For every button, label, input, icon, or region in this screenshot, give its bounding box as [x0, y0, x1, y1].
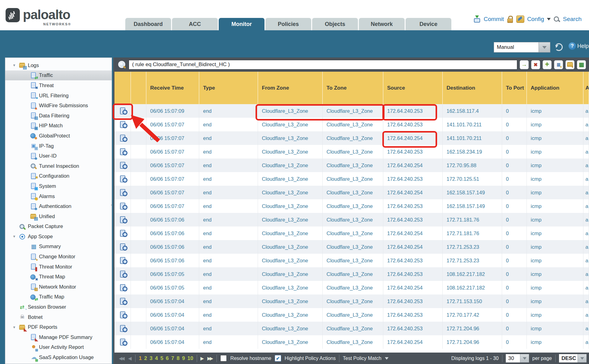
- cell-source[interactable]: 172.64.240.254: [383, 281, 442, 294]
- sidebar-item[interactable]: Session Browser: [5, 302, 112, 312]
- cell-receive-time[interactable]: 06/06 15:07:07: [146, 186, 199, 199]
- cell-action[interactable]: a: [583, 145, 589, 159]
- cell-type[interactable]: end: [199, 104, 258, 118]
- log-detail-icon[interactable]: [120, 229, 128, 238]
- cell-action[interactable]: a: [583, 308, 589, 322]
- cell-source[interactable]: 172.64.240.253: [383, 213, 442, 226]
- sidebar-item[interactable]: Packet Capture: [5, 222, 112, 232]
- cell-action[interactable]: a: [583, 240, 589, 254]
- log-detail-icon[interactable]: [120, 297, 128, 306]
- log-detail-icon[interactable]: [120, 188, 128, 197]
- cell-type[interactable]: end: [199, 281, 258, 294]
- cell-destination[interactable]: 172.71.181.76: [442, 213, 502, 226]
- sidebar-item[interactable]: Unified: [5, 211, 112, 222]
- clear-filter-icon[interactable]: [531, 60, 540, 69]
- test-policy-match-button[interactable]: Test Policy Match: [343, 356, 381, 361]
- cell-receive-time[interactable]: 06/06 15:07:06: [146, 254, 199, 267]
- sidebar-item[interactable]: Tunnel Inspection: [5, 161, 112, 171]
- cell-from-zone[interactable]: Cloudflare_L3_Zone: [258, 131, 322, 145]
- cell-type[interactable]: end: [199, 322, 258, 335]
- cell-destination[interactable]: 172.71.204.96: [442, 322, 502, 335]
- filter-query-input[interactable]: [129, 60, 517, 70]
- cell-type[interactable]: end: [199, 199, 258, 213]
- cell-to-port[interactable]: 0: [502, 226, 527, 240]
- first-page-icon[interactable]: ◀◀: [119, 356, 125, 361]
- cell-to-port[interactable]: 0: [502, 240, 527, 254]
- log-detail-icon[interactable]: [120, 121, 128, 129]
- cell-to-zone[interactable]: Cloudflare_L3_Zone: [322, 118, 383, 131]
- col-header-action[interactable]: A: [583, 72, 589, 104]
- cell-receive-time[interactable]: 06/06 15:07:07: [146, 172, 199, 186]
- commit-icon[interactable]: [473, 15, 481, 23]
- cell-to-zone[interactable]: Cloudflare_L3_Zone: [322, 172, 383, 186]
- cell-application[interactable]: icmp: [527, 267, 583, 281]
- sidebar-item[interactable]: PDF Reports: [5, 322, 112, 332]
- page-number[interactable]: 8: [177, 355, 179, 362]
- page-number[interactable]: 5: [161, 355, 163, 362]
- cell-source[interactable]: 172.64.240.253: [383, 145, 442, 159]
- cell-receive-time[interactable]: 06/06 15:07:06: [146, 226, 199, 240]
- add-filter-icon[interactable]: [543, 60, 552, 69]
- cell-to-zone[interactable]: Cloudflare_L3_Zone: [322, 159, 383, 172]
- cell-source[interactable]: 172.64.240.254: [383, 335, 442, 349]
- cell-source[interactable]: 172.64.240.254: [383, 186, 442, 199]
- nav-tab[interactable]: Network: [359, 18, 405, 30]
- cell-application[interactable]: icmp: [527, 104, 583, 118]
- refresh-mode-select[interactable]: Manual: [494, 42, 550, 53]
- col-header-receive-time[interactable]: Receive Time: [146, 72, 199, 104]
- cell-source[interactable]: 172.64.240.254: [383, 159, 442, 172]
- cell-application[interactable]: icmp: [527, 254, 583, 267]
- sidebar-item[interactable]: URL Filtering: [5, 91, 112, 101]
- config-dropdown-caret-icon[interactable]: [547, 18, 551, 22]
- cell-destination[interactable]: 172.70.177.42: [442, 308, 502, 322]
- page-number[interactable]: 9: [182, 355, 185, 362]
- cell-to-zone[interactable]: Cloudflare_L3_Zone: [322, 322, 383, 335]
- help-link[interactable]: Help: [577, 43, 589, 49]
- page-number[interactable]: 2: [144, 355, 147, 362]
- cell-receive-time[interactable]: 06/06 15:07:07: [146, 131, 199, 145]
- cell-type[interactable]: end: [199, 226, 258, 240]
- log-detail-icon[interactable]: [120, 270, 128, 278]
- highlight-policy-actions-checkbox[interactable]: [275, 355, 281, 362]
- page-number[interactable]: 4: [155, 355, 158, 362]
- sidebar-item[interactable]: Threat: [5, 80, 112, 91]
- cell-receive-time[interactable]: 06/06 15:07:07: [146, 159, 199, 172]
- nav-tab[interactable]: Dashboard: [125, 18, 171, 30]
- col-header-source[interactable]: Source: [383, 72, 442, 104]
- cell-to-zone[interactable]: Cloudflare_L3_Zone: [322, 294, 383, 308]
- cell-from-zone[interactable]: Cloudflare_L3_Zone: [258, 240, 322, 254]
- sidebar-item[interactable]: Data Filtering: [5, 111, 112, 121]
- cell-from-zone[interactable]: Cloudflare_L3_Zone: [258, 254, 322, 267]
- cell-destination[interactable]: 172.71.181.76: [442, 226, 502, 240]
- cell-to-zone[interactable]: Cloudflare_L3_Zone: [322, 131, 383, 145]
- cell-from-zone[interactable]: Cloudflare_L3_Zone: [258, 118, 322, 131]
- sidebar-item[interactable]: User Activity Report: [5, 342, 112, 353]
- cell-to-zone[interactable]: Cloudflare_L3_Zone: [322, 145, 383, 159]
- sidebar-item[interactable]: Manage PDF Summary: [5, 332, 112, 342]
- col-header-application[interactable]: Application: [527, 72, 583, 104]
- cell-type[interactable]: end: [199, 118, 258, 131]
- log-detail-icon[interactable]: [120, 243, 128, 251]
- cell-action[interactable]: a: [583, 131, 589, 145]
- sidebar-item[interactable]: WildFire Submissions: [5, 100, 112, 111]
- cell-action[interactable]: a: [583, 199, 589, 213]
- log-detail-icon[interactable]: [120, 107, 128, 115]
- config-link[interactable]: Config: [527, 16, 544, 23]
- last-page-icon[interactable]: ▶▶: [207, 356, 213, 361]
- cell-application[interactable]: icmp: [527, 118, 583, 131]
- cell-receive-time[interactable]: 06/06 15:07:07: [146, 199, 199, 213]
- cell-to-zone[interactable]: Cloudflare_L3_Zone: [322, 254, 383, 267]
- cell-from-zone[interactable]: Cloudflare_L3_Zone: [258, 281, 322, 294]
- cell-destination[interactable]: 141.101.70.211: [442, 131, 502, 145]
- cell-action[interactable]: a: [583, 213, 589, 226]
- load-filter-icon[interactable]: [565, 60, 574, 69]
- sidebar-item[interactable]: SaaS Application Usage: [5, 352, 112, 362]
- cell-action[interactable]: a: [583, 118, 589, 131]
- per-page-value[interactable]: 30: [506, 354, 520, 362]
- cell-source[interactable]: 172.64.240.253: [383, 199, 442, 213]
- cell-receive-time[interactable]: 06/06 15:07:06: [146, 240, 199, 254]
- cell-application[interactable]: icmp: [527, 186, 583, 199]
- cell-type[interactable]: end: [199, 254, 258, 267]
- cell-to-port[interactable]: 0: [502, 118, 527, 131]
- page-number[interactable]: 10: [187, 355, 193, 362]
